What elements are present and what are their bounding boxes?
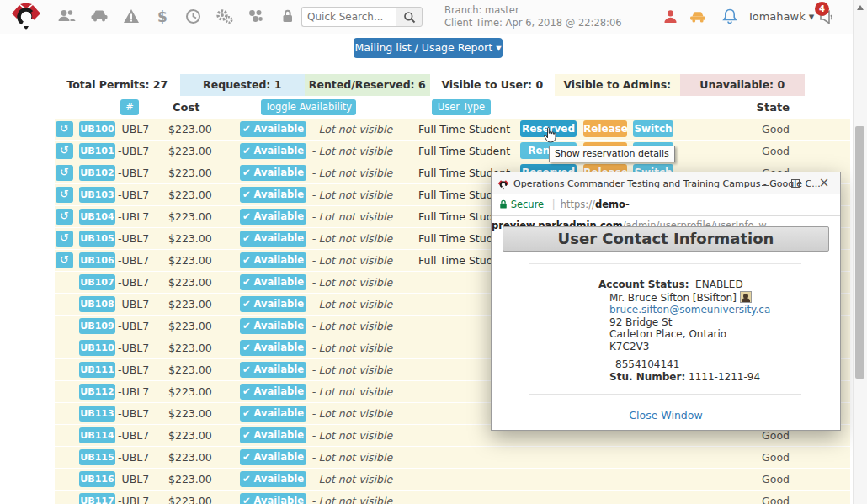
close-window-link[interactable]: Close Window: [492, 409, 840, 422]
user-status-icon[interactable]: [661, 9, 679, 26]
permit-id-badge[interactable]: UB101: [79, 143, 115, 159]
undo-icon-button[interactable]: ↺: [56, 231, 73, 247]
availability-badge[interactable]: ✔ Available: [240, 449, 306, 465]
summary-tab-5[interactable]: Unavailable: 0: [680, 74, 806, 96]
account-status-line: Account Status: ENABLED: [598, 279, 770, 291]
notifications-bell-icon[interactable]: [721, 8, 739, 25]
undo-icon-button[interactable]: ↺: [56, 165, 73, 181]
permit-id-badge[interactable]: UB112: [79, 384, 115, 400]
search-button[interactable]: [396, 7, 423, 27]
permit-id-badge[interactable]: UB117: [79, 493, 115, 504]
availability-badge[interactable]: ✔ Available: [240, 252, 306, 268]
settings-icon[interactable]: [215, 8, 233, 25]
alerts-icon[interactable]: [122, 8, 141, 25]
availability-badge[interactable]: ✔ Available: [240, 121, 306, 137]
undo-icon-button[interactable]: ↺: [56, 143, 73, 159]
permit-id-badge[interactable]: UB104: [79, 209, 115, 225]
minimize-button[interactable]: [753, 172, 778, 194]
availability-badge[interactable]: ✔ Available: [240, 362, 306, 378]
availability-badge[interactable]: ✔ Available: [240, 471, 306, 487]
user-type-button[interactable]: User Type: [432, 99, 491, 115]
integrations-icon[interactable]: [246, 8, 264, 25]
cost-value: $223.00: [168, 495, 212, 504]
address-line-2: Carleton Place, Ontario: [609, 328, 770, 341]
maximize-button[interactable]: [783, 172, 808, 194]
summary-tab-3[interactable]: Visible to User: 0: [430, 74, 556, 96]
permit-suffix-label: -UBL7: [118, 188, 149, 201]
mailing-list-usage-report-button[interactable]: Mailing list / Usage Report ▾: [354, 38, 503, 58]
secure-lock-icon: [499, 199, 511, 210]
availability-badge[interactable]: ✔ Available: [240, 187, 306, 203]
availability-badge[interactable]: ✔ Available: [240, 143, 306, 159]
availability-badge[interactable]: ✔ Available: [240, 427, 306, 443]
payments-icon[interactable]: $: [153, 8, 172, 25]
account-status-label: Account Status:: [598, 279, 689, 290]
summary-tab-2[interactable]: Rented/Reserved: 6: [305, 74, 430, 96]
user-photo-icon[interactable]: [740, 291, 752, 303]
security-icon[interactable]: [278, 8, 296, 25]
close-window-button[interactable]: ×: [811, 172, 837, 194]
undo-icon-button[interactable]: ↺: [56, 121, 73, 137]
permit-id-badge[interactable]: UB102: [79, 165, 115, 181]
availability-badge[interactable]: ✔ Available: [240, 165, 306, 181]
undo-icon-button[interactable]: ↺: [56, 209, 73, 225]
summary-tabs: Total Permits: 27Requested: 1Rented/Rese…: [55, 74, 805, 96]
permit-id-badge[interactable]: UB100: [79, 121, 115, 137]
permit-id-badge[interactable]: UB106: [79, 252, 115, 268]
permit-id-badge[interactable]: UB110: [79, 340, 115, 356]
cost-value: $223.00: [168, 254, 212, 267]
opscom-logo-icon[interactable]: [10, 3, 42, 31]
vertical-scrollbar[interactable]: [853, 0, 867, 504]
availability-badge[interactable]: ✔ Available: [240, 406, 306, 422]
permit-id-badge[interactable]: UB105: [79, 231, 115, 247]
switch-button[interactable]: Switch: [633, 120, 673, 137]
lot-visibility-note: - Lot not visible: [311, 407, 392, 420]
permit-suffix-label: -UBL7: [118, 363, 149, 376]
release-button[interactable]: Release: [583, 120, 627, 137]
availability-badge[interactable]: ✔ Available: [240, 274, 306, 290]
permit-id-badge[interactable]: UB109: [79, 318, 115, 334]
search-input[interactable]: [301, 7, 405, 27]
permit-id-badge[interactable]: UB108: [79, 296, 115, 312]
availability-badge[interactable]: ✔ Available: [240, 493, 306, 504]
cost-column-header: Cost: [173, 101, 199, 114]
account-status-value: ENABLED: [695, 279, 743, 290]
availability-badge[interactable]: ✔ Available: [240, 296, 306, 312]
email-link[interactable]: bruce.sifton@someuniversity.ca: [609, 304, 770, 316]
user-name-label: Tomahawk: [747, 10, 806, 23]
vehicle-status-icon[interactable]: [689, 10, 707, 27]
toggle-availability-button[interactable]: Toggle Availability: [261, 99, 356, 115]
vehicles-icon[interactable]: [90, 8, 109, 25]
permit-id-badge[interactable]: UB111: [79, 362, 115, 378]
users-icon[interactable]: [57, 8, 76, 25]
state-column-header: State: [757, 101, 790, 114]
notification-count-badge[interactable]: 4: [815, 2, 829, 16]
time-icon[interactable]: [184, 8, 202, 25]
undo-icon-button[interactable]: ↺: [56, 187, 73, 203]
scrollbar-up-arrow[interactable]: [857, 5, 864, 10]
hash-column-button[interactable]: #: [120, 99, 139, 115]
availability-badge[interactable]: ✔ Available: [240, 384, 306, 400]
scrollbar-thumb[interactable]: [855, 126, 864, 379]
permit-suffix-label: -UBL7: [118, 407, 149, 420]
summary-tab-0[interactable]: Total Permits: 27: [55, 74, 180, 96]
permit-id-badge[interactable]: UB113: [79, 406, 115, 422]
availability-badge[interactable]: ✔ Available: [240, 318, 306, 334]
popup-title-bar[interactable]: Operations Commander Testing and Trainin…: [492, 172, 840, 195]
permit-id-badge[interactable]: UB116: [79, 471, 115, 487]
permit-id-badge[interactable]: UB107: [79, 274, 115, 290]
summary-tab-4[interactable]: Visible to Admins: 27: [555, 74, 680, 96]
permit-id-badge[interactable]: UB103: [79, 187, 115, 203]
permit-id-badge[interactable]: UB114: [79, 427, 115, 443]
permit-id-badge[interactable]: UB115: [79, 449, 115, 465]
browser-url-bar[interactable]: Secure |https://demo-preview.parkadmin.c…: [492, 194, 840, 216]
cost-value: $223.00: [168, 145, 212, 157]
undo-icon-button[interactable]: ↺: [56, 252, 73, 268]
availability-badge[interactable]: ✔ Available: [240, 209, 306, 225]
address-line-1: 92 Bridge St: [609, 316, 770, 329]
summary-tab-1[interactable]: Requested: 1: [180, 74, 306, 96]
availability-badge[interactable]: ✔ Available: [240, 231, 306, 247]
user-menu[interactable]: Tomahawk ▾: [747, 10, 814, 23]
availability-badge[interactable]: ✔ Available: [240, 340, 306, 356]
lot-visibility-note: - Lot not visible: [311, 495, 392, 504]
